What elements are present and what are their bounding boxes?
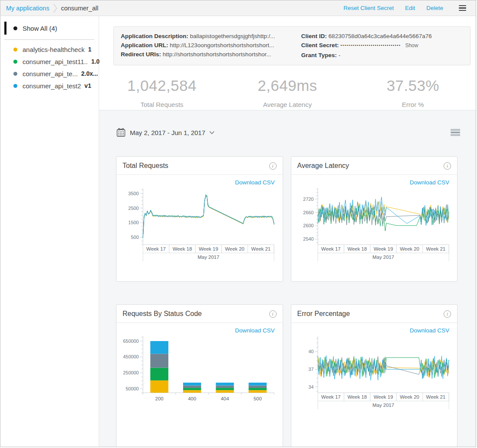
app-details-right: Client ID: 68230758d0a64c3ca6e4a644e5667… [301,32,463,60]
stat-label: Average Latency [225,101,350,108]
svg-text:400: 400 [188,396,196,401]
svg-text:2660: 2660 [303,210,313,215]
api-version: v1 [84,82,91,89]
svg-text:Week 21: Week 21 [426,394,445,400]
menu-icon[interactable] [459,5,466,11]
sidebar-item-show-all[interactable]: Show All (4) [0,22,99,35]
field-label: Grant Types: [301,52,337,58]
client-id-value: 68230758d0a64c3ca6e4a644e5667a76 [329,33,432,39]
api-version: 1 [88,46,91,53]
svg-text:Week 21: Week 21 [251,246,271,251]
download-csv-link[interactable]: Download CSV [119,325,279,335]
svg-text:Week 18: Week 18 [347,246,367,251]
sidebar-divider [4,39,94,40]
stats-row: 1,042,584 Total Requests 2,649ms Average… [99,77,476,108]
calendar-icon [116,128,126,138]
application-url-value: http://L123oongortshortshortshortshort..… [170,42,274,48]
average-latency-chart: 2540260026602720Week 17Week 18Week 19Wee… [294,187,454,264]
svg-text:Week 20: Week 20 [225,246,245,251]
svg-text:Week 19: Week 19 [199,246,218,251]
api-name: analytics-healthcheck [23,46,84,53]
api-name: consumer_api_te... [23,70,78,77]
application-description-value: ballapistogethersdgsjghfjshttp:/... [190,33,275,39]
svg-text:2600: 2600 [303,223,313,228]
download-csv-link[interactable]: Download CSV [294,325,454,335]
edit-link[interactable]: Edit [405,5,415,11]
charts-toolbar: May 2, 2017 - Jun 1, 2017 [99,110,476,138]
redirect-uris-value: http://shortshortshortshortshortshortsho… [163,51,271,58]
breadcrumb: My applications consumer_all [6,3,98,13]
svg-text:250000: 250000 [123,370,139,375]
sidebar: Show All (4) analytics-healthcheck 1 con… [0,16,99,447]
info-icon[interactable]: i [269,162,277,170]
sidebar-item-api-3[interactable]: consumer_api_test2 v1 [0,80,99,92]
status-dot-icon [13,48,17,52]
date-range-label: May 2, 2017 - Jun 1, 2017 [130,129,205,136]
top-bar: My applications consumer_all Reset Clien… [0,0,476,16]
field-label: Client Secret: [301,42,339,48]
error-percentage-chart: 343740Week 17Week 18Week 19Week 20Week 2… [294,335,454,412]
svg-text:Week 17: Week 17 [321,394,341,400]
top-bar-actions: Reset Client Secret Edit Delete [343,5,476,11]
status-code-chart: 50000250000450000650000200400404500 [119,335,279,412]
svg-text:404: 404 [221,396,229,401]
delete-link[interactable]: Delete [426,5,443,11]
client-secret-mask: •••••••••••••••••••••••••••••• [341,43,401,48]
chevron-down-icon [209,131,215,135]
svg-text:May 2017: May 2017 [372,403,394,408]
reset-client-secret-link[interactable]: Reset Client Secret [343,5,393,11]
field-label: Application URL: [121,42,168,48]
total-requests-chart: 500150025003500Week 17Week 18Week 19Week… [119,187,279,264]
download-csv-link[interactable]: Download CSV [294,177,454,187]
svg-text:Week 18: Week 18 [347,394,367,400]
download-csv-link[interactable]: Download CSV [119,177,279,187]
field-label: Application Description: [121,33,188,39]
breadcrumb-current: consumer_all [61,5,98,12]
info-icon[interactable]: i [269,310,277,318]
svg-text:500: 500 [254,396,262,401]
show-secret-link[interactable]: Show [405,42,418,48]
breadcrumb-my-applications[interactable]: My applications [6,5,49,12]
svg-text:Week 19: Week 19 [374,246,393,251]
api-name: consumer_api_test11.. [23,58,88,65]
api-version: 2.0x... [81,70,98,77]
svg-text:Week 18: Week 18 [173,246,192,251]
stat-label: Error % [350,101,476,108]
app-details-panel: Application Description: ballapistogethe… [113,26,471,65]
svg-text:May 2017: May 2017 [372,255,394,260]
sidebar-item-api-1[interactable]: consumer_api_test11.. 1.0 [0,55,99,68]
svg-text:37: 37 [308,367,313,372]
svg-text:450000: 450000 [123,354,139,359]
bullet-icon [13,26,17,30]
chart-card-error-percentage: Error Percentage i Download CSV 343740We… [291,304,458,447]
stat-value: 37.53% [350,77,476,94]
stat-value: 2,649ms [225,77,350,94]
breadcrumb-separator-icon [53,3,57,13]
svg-text:2720: 2720 [303,197,313,202]
stat-total-requests: 1,042,584 Total Requests [99,77,225,108]
chart-card-total-requests: Total Requests i Download CSV 5001500250… [116,156,283,282]
info-icon[interactable]: i [444,310,451,318]
sidebar-item-api-0[interactable]: analytics-healthcheck 1 [0,43,99,55]
chart-card-average-latency: Average Latency i Download CSV 254026002… [291,156,458,282]
field-label: Redirect URIs: [121,51,161,58]
date-range-picker[interactable]: May 2, 2017 - Jun 1, 2017 [116,128,215,138]
svg-text:3500: 3500 [128,191,139,196]
sidebar-item-api-2[interactable]: consumer_api_te... 2.0x... [0,68,99,80]
overview-section: Application Description: ballapistogethe… [99,16,476,110]
info-icon[interactable]: i [444,162,451,170]
field-label: Client ID: [301,33,327,39]
stat-average-latency: 2,649ms Average Latency [225,77,350,108]
status-dot-icon [13,72,17,76]
svg-text:34: 34 [308,384,313,390]
stat-error-percent: 37.53% Error % [350,77,476,108]
chart-title: Total Requests [122,162,168,170]
chart-title: Requests By Status Code [122,310,202,318]
svg-text:50000: 50000 [126,386,139,391]
svg-text:Week 19: Week 19 [374,394,393,400]
status-dot-icon [13,84,17,88]
svg-text:200: 200 [155,396,164,401]
main-content: Application Description: ballapistogethe… [99,16,476,447]
chart-menu-icon[interactable] [451,129,460,136]
svg-text:May 2017: May 2017 [198,255,219,260]
